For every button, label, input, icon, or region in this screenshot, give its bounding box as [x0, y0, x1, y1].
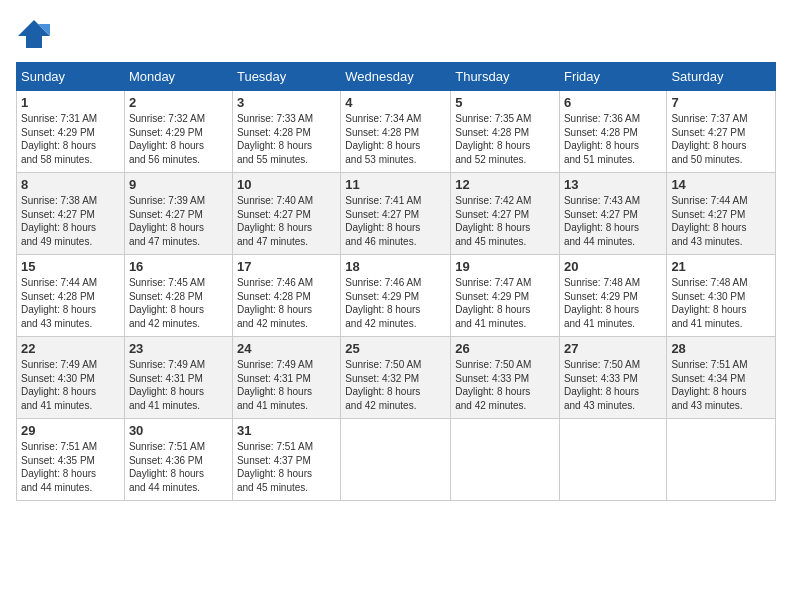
day-number: 29 — [21, 423, 120, 438]
day-number: 21 — [671, 259, 771, 274]
calendar-cell: 18Sunrise: 7:46 AM Sunset: 4:29 PM Dayli… — [341, 255, 451, 337]
calendar-cell: 11Sunrise: 7:41 AM Sunset: 4:27 PM Dayli… — [341, 173, 451, 255]
calendar-cell: 21Sunrise: 7:48 AM Sunset: 4:30 PM Dayli… — [667, 255, 776, 337]
calendar-cell: 23Sunrise: 7:49 AM Sunset: 4:31 PM Dayli… — [124, 337, 232, 419]
calendar-header-row: SundayMondayTuesdayWednesdayThursdayFrid… — [17, 63, 776, 91]
day-info: Sunrise: 7:41 AM Sunset: 4:27 PM Dayligh… — [345, 194, 446, 248]
calendar-cell — [451, 419, 560, 501]
calendar-cell: 14Sunrise: 7:44 AM Sunset: 4:27 PM Dayli… — [667, 173, 776, 255]
calendar-header-thursday: Thursday — [451, 63, 560, 91]
logo-icon — [16, 16, 52, 52]
calendar-cell: 22Sunrise: 7:49 AM Sunset: 4:30 PM Dayli… — [17, 337, 125, 419]
calendar-week-5: 29Sunrise: 7:51 AM Sunset: 4:35 PM Dayli… — [17, 419, 776, 501]
day-info: Sunrise: 7:49 AM Sunset: 4:30 PM Dayligh… — [21, 358, 120, 412]
day-info: Sunrise: 7:49 AM Sunset: 4:31 PM Dayligh… — [237, 358, 336, 412]
day-number: 6 — [564, 95, 662, 110]
calendar-cell: 1Sunrise: 7:31 AM Sunset: 4:29 PM Daylig… — [17, 91, 125, 173]
day-info: Sunrise: 7:51 AM Sunset: 4:35 PM Dayligh… — [21, 440, 120, 494]
calendar-cell: 20Sunrise: 7:48 AM Sunset: 4:29 PM Dayli… — [559, 255, 666, 337]
day-number: 13 — [564, 177, 662, 192]
calendar-header-sunday: Sunday — [17, 63, 125, 91]
day-number: 1 — [21, 95, 120, 110]
day-info: Sunrise: 7:47 AM Sunset: 4:29 PM Dayligh… — [455, 276, 555, 330]
calendar-cell: 15Sunrise: 7:44 AM Sunset: 4:28 PM Dayli… — [17, 255, 125, 337]
day-info: Sunrise: 7:33 AM Sunset: 4:28 PM Dayligh… — [237, 112, 336, 166]
calendar-cell: 16Sunrise: 7:45 AM Sunset: 4:28 PM Dayli… — [124, 255, 232, 337]
calendar-week-1: 1Sunrise: 7:31 AM Sunset: 4:29 PM Daylig… — [17, 91, 776, 173]
calendar-cell: 2Sunrise: 7:32 AM Sunset: 4:29 PM Daylig… — [124, 91, 232, 173]
day-number: 11 — [345, 177, 446, 192]
day-info: Sunrise: 7:37 AM Sunset: 4:27 PM Dayligh… — [671, 112, 771, 166]
calendar-cell: 28Sunrise: 7:51 AM Sunset: 4:34 PM Dayli… — [667, 337, 776, 419]
day-number: 12 — [455, 177, 555, 192]
calendar-cell: 7Sunrise: 7:37 AM Sunset: 4:27 PM Daylig… — [667, 91, 776, 173]
calendar-header-wednesday: Wednesday — [341, 63, 451, 91]
day-info: Sunrise: 7:48 AM Sunset: 4:29 PM Dayligh… — [564, 276, 662, 330]
page-container: SundayMondayTuesdayWednesdayThursdayFrid… — [0, 0, 792, 509]
calendar-cell: 26Sunrise: 7:50 AM Sunset: 4:33 PM Dayli… — [451, 337, 560, 419]
logo — [16, 16, 56, 52]
calendar-cell: 24Sunrise: 7:49 AM Sunset: 4:31 PM Dayli… — [232, 337, 340, 419]
calendar-cell: 3Sunrise: 7:33 AM Sunset: 4:28 PM Daylig… — [232, 91, 340, 173]
day-number: 23 — [129, 341, 228, 356]
calendar-cell: 8Sunrise: 7:38 AM Sunset: 4:27 PM Daylig… — [17, 173, 125, 255]
day-number: 8 — [21, 177, 120, 192]
calendar-header-tuesday: Tuesday — [232, 63, 340, 91]
day-number: 10 — [237, 177, 336, 192]
header — [16, 16, 776, 52]
calendar-cell: 19Sunrise: 7:47 AM Sunset: 4:29 PM Dayli… — [451, 255, 560, 337]
calendar-cell — [341, 419, 451, 501]
day-info: Sunrise: 7:51 AM Sunset: 4:34 PM Dayligh… — [671, 358, 771, 412]
day-number: 18 — [345, 259, 446, 274]
calendar-week-4: 22Sunrise: 7:49 AM Sunset: 4:30 PM Dayli… — [17, 337, 776, 419]
day-info: Sunrise: 7:36 AM Sunset: 4:28 PM Dayligh… — [564, 112, 662, 166]
day-number: 2 — [129, 95, 228, 110]
calendar-cell: 12Sunrise: 7:42 AM Sunset: 4:27 PM Dayli… — [451, 173, 560, 255]
day-info: Sunrise: 7:31 AM Sunset: 4:29 PM Dayligh… — [21, 112, 120, 166]
day-info: Sunrise: 7:48 AM Sunset: 4:30 PM Dayligh… — [671, 276, 771, 330]
day-info: Sunrise: 7:51 AM Sunset: 4:36 PM Dayligh… — [129, 440, 228, 494]
day-number: 7 — [671, 95, 771, 110]
day-info: Sunrise: 7:45 AM Sunset: 4:28 PM Dayligh… — [129, 276, 228, 330]
day-number: 24 — [237, 341, 336, 356]
day-number: 17 — [237, 259, 336, 274]
day-info: Sunrise: 7:50 AM Sunset: 4:33 PM Dayligh… — [455, 358, 555, 412]
day-info: Sunrise: 7:40 AM Sunset: 4:27 PM Dayligh… — [237, 194, 336, 248]
day-info: Sunrise: 7:44 AM Sunset: 4:28 PM Dayligh… — [21, 276, 120, 330]
calendar-header-friday: Friday — [559, 63, 666, 91]
day-number: 19 — [455, 259, 555, 274]
day-info: Sunrise: 7:43 AM Sunset: 4:27 PM Dayligh… — [564, 194, 662, 248]
day-number: 15 — [21, 259, 120, 274]
day-info: Sunrise: 7:34 AM Sunset: 4:28 PM Dayligh… — [345, 112, 446, 166]
day-number: 31 — [237, 423, 336, 438]
calendar-cell: 17Sunrise: 7:46 AM Sunset: 4:28 PM Dayli… — [232, 255, 340, 337]
calendar-cell: 13Sunrise: 7:43 AM Sunset: 4:27 PM Dayli… — [559, 173, 666, 255]
calendar-cell: 29Sunrise: 7:51 AM Sunset: 4:35 PM Dayli… — [17, 419, 125, 501]
calendar-header-monday: Monday — [124, 63, 232, 91]
day-info: Sunrise: 7:49 AM Sunset: 4:31 PM Dayligh… — [129, 358, 228, 412]
day-info: Sunrise: 7:42 AM Sunset: 4:27 PM Dayligh… — [455, 194, 555, 248]
day-info: Sunrise: 7:46 AM Sunset: 4:29 PM Dayligh… — [345, 276, 446, 330]
day-number: 4 — [345, 95, 446, 110]
day-number: 28 — [671, 341, 771, 356]
day-number: 14 — [671, 177, 771, 192]
calendar-cell — [667, 419, 776, 501]
calendar-cell: 6Sunrise: 7:36 AM Sunset: 4:28 PM Daylig… — [559, 91, 666, 173]
calendar-table: SundayMondayTuesdayWednesdayThursdayFrid… — [16, 62, 776, 501]
day-number: 26 — [455, 341, 555, 356]
calendar-cell: 4Sunrise: 7:34 AM Sunset: 4:28 PM Daylig… — [341, 91, 451, 173]
day-number: 27 — [564, 341, 662, 356]
calendar-cell: 31Sunrise: 7:51 AM Sunset: 4:37 PM Dayli… — [232, 419, 340, 501]
calendar-cell: 9Sunrise: 7:39 AM Sunset: 4:27 PM Daylig… — [124, 173, 232, 255]
calendar-cell: 25Sunrise: 7:50 AM Sunset: 4:32 PM Dayli… — [341, 337, 451, 419]
day-number: 22 — [21, 341, 120, 356]
day-number: 30 — [129, 423, 228, 438]
day-info: Sunrise: 7:39 AM Sunset: 4:27 PM Dayligh… — [129, 194, 228, 248]
calendar-header-saturday: Saturday — [667, 63, 776, 91]
day-info: Sunrise: 7:50 AM Sunset: 4:33 PM Dayligh… — [564, 358, 662, 412]
day-info: Sunrise: 7:35 AM Sunset: 4:28 PM Dayligh… — [455, 112, 555, 166]
day-number: 20 — [564, 259, 662, 274]
calendar-cell: 30Sunrise: 7:51 AM Sunset: 4:36 PM Dayli… — [124, 419, 232, 501]
day-info: Sunrise: 7:44 AM Sunset: 4:27 PM Dayligh… — [671, 194, 771, 248]
day-number: 5 — [455, 95, 555, 110]
